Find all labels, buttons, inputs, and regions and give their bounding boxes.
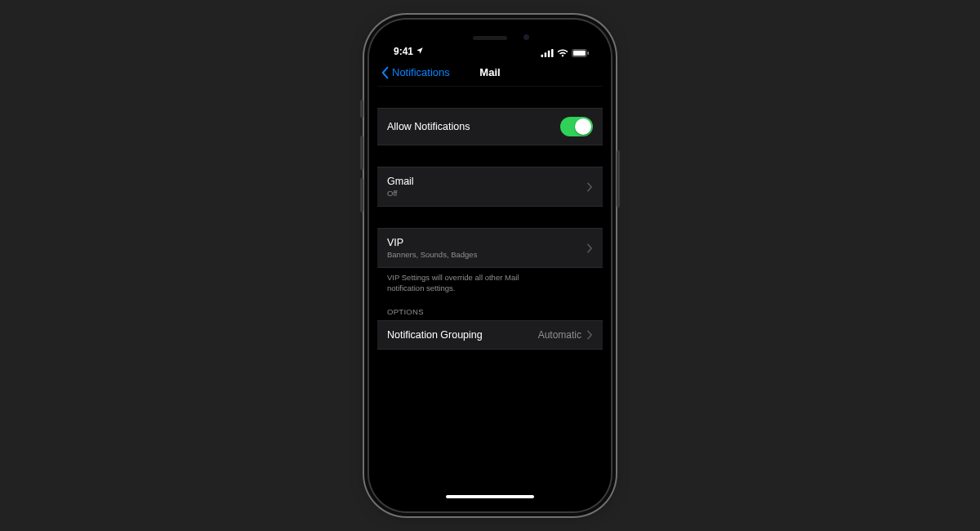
svg-rect-0 — [541, 55, 544, 57]
home-indicator[interactable] — [446, 495, 534, 498]
battery-icon — [572, 49, 590, 57]
screen: 9:41 — [377, 28, 603, 503]
notification-grouping-label: Notification Grouping — [387, 329, 538, 341]
power-button — [617, 150, 620, 207]
allow-notifications-label: Allow Notifications — [387, 121, 560, 132]
back-label: Notifications — [392, 66, 450, 78]
notch — [430, 28, 550, 47]
options-header: OPTIONS — [377, 294, 603, 320]
account-detail: Off — [387, 189, 586, 198]
chevron-right-icon — [586, 182, 593, 192]
notification-grouping-value: Automatic — [538, 329, 581, 341]
settings-content: Allow Notifications Gmail Off — [377, 87, 603, 503]
notification-grouping-row[interactable]: Notification Grouping Automatic — [377, 320, 603, 350]
status-time: 9:41 — [394, 46, 413, 57]
page-title: Mail — [479, 66, 500, 78]
allow-notifications-row[interactable]: Allow Notifications — [377, 108, 603, 145]
wifi-icon — [557, 49, 568, 57]
svg-rect-6 — [587, 51, 589, 55]
svg-rect-1 — [545, 52, 547, 57]
svg-rect-2 — [548, 51, 550, 57]
front-camera — [523, 34, 529, 40]
back-button[interactable]: Notifications — [381, 66, 450, 79]
account-name: Gmail — [387, 176, 586, 187]
volume-down-button — [360, 178, 363, 212]
svg-rect-5 — [573, 51, 586, 56]
vip-footnote: VIP Settings will override all other Mai… — [377, 268, 549, 294]
allow-notifications-toggle[interactable] — [560, 117, 593, 136]
vip-name: VIP — [387, 237, 586, 248]
chevron-right-icon — [586, 243, 593, 253]
chevron-left-icon — [381, 66, 390, 79]
nav-bar: Notifications Mail — [377, 59, 603, 87]
iphone-frame: 9:41 — [369, 20, 611, 511]
cellular-signal-icon — [541, 49, 554, 57]
account-row-gmail[interactable]: Gmail Off — [377, 167, 603, 207]
speaker-grille — [473, 36, 507, 40]
location-services-icon — [416, 46, 424, 57]
chevron-right-icon — [586, 330, 593, 340]
vip-detail: Banners, Sounds, Badges — [387, 250, 586, 259]
volume-up-button — [360, 136, 363, 170]
silence-switch — [360, 100, 363, 118]
vip-row[interactable]: VIP Banners, Sounds, Badges — [377, 228, 603, 268]
svg-rect-3 — [551, 49, 554, 57]
